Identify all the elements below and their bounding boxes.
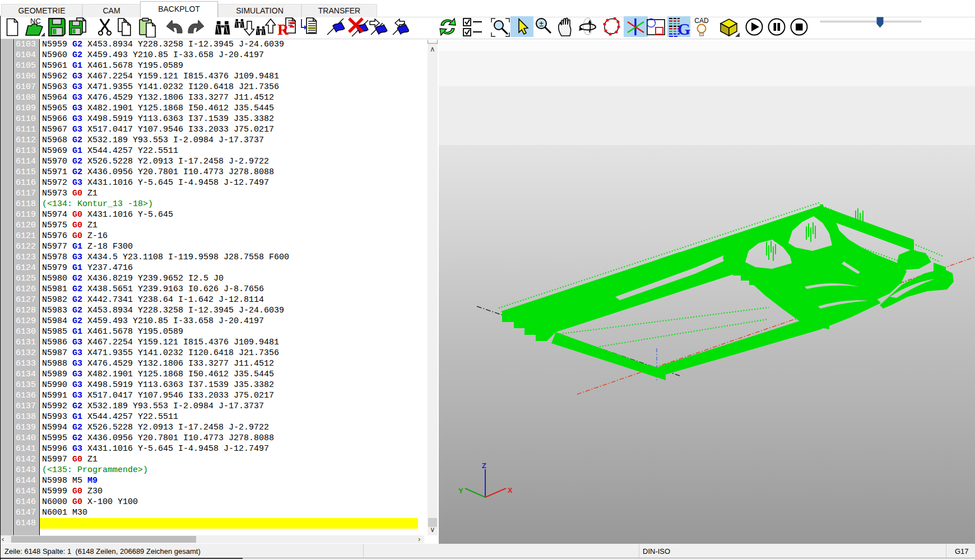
svg-text:Z: Z [482,461,486,470]
svg-text:R: R [277,21,289,38]
svg-text:X: X [508,486,513,494]
svg-text:±: ± [539,19,544,28]
svg-text:Y: Y [458,487,463,495]
svg-text:G: G [677,20,690,38]
svg-text:CAD: CAD [694,17,709,25]
